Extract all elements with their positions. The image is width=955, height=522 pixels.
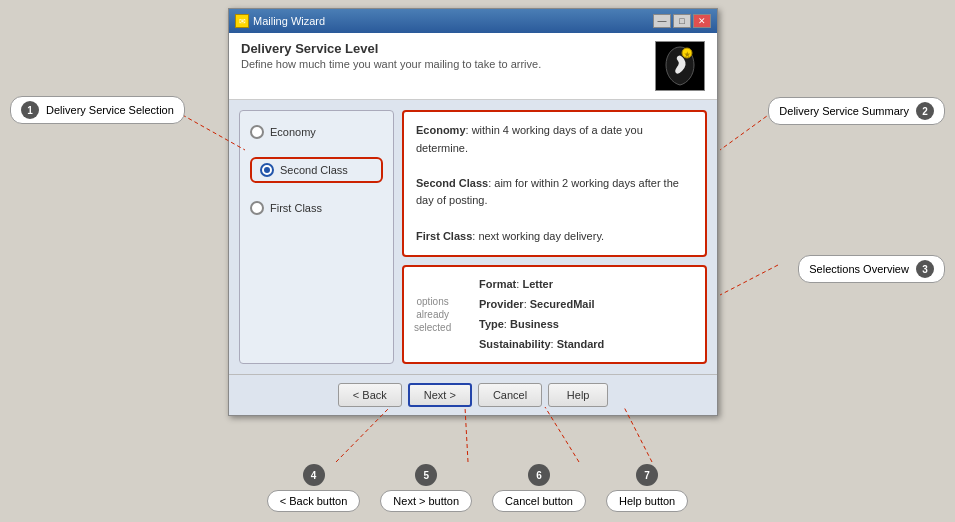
first-class-radio[interactable]	[250, 201, 264, 215]
provider-value: SecuredMail	[530, 298, 595, 310]
callout-dot-5: 5	[415, 464, 437, 486]
first-class-name: First Class	[416, 230, 472, 242]
header-text: Delivery Service Level Define how much t…	[241, 41, 541, 70]
type-label: Type	[479, 318, 504, 330]
close-button[interactable]: ✕	[693, 14, 711, 28]
back-button[interactable]: < Back	[338, 383, 402, 407]
type-row: Type: Business	[479, 315, 604, 335]
second-class-name: Second Class	[416, 177, 488, 189]
annotation-delivery-selection: 1 Delivery Service Selection	[10, 96, 185, 124]
second-class-option-container: Second Class	[250, 157, 383, 183]
callout-area: 4 < Back button 5 Next > button 6 Cancel…	[0, 464, 955, 512]
app-icon: ✉	[235, 14, 249, 28]
minimize-button[interactable]: —	[653, 14, 671, 28]
annotation-delivery-summary: Delivery Service Summary 2	[768, 97, 945, 125]
svg-text:★: ★	[684, 51, 691, 58]
provider-label: Provider	[479, 298, 524, 310]
callout-back: 4 < Back button	[267, 464, 361, 512]
window-content: Economy Second Class First Class Economy…	[229, 100, 717, 374]
type-value: Business	[510, 318, 559, 330]
window-header: Delivery Service Level Define how much t…	[229, 33, 717, 100]
sustainability-row: Sustainability: Standard	[479, 335, 604, 355]
second-class-radio[interactable]	[260, 163, 274, 177]
economy-radio[interactable]	[250, 125, 264, 139]
cancel-button[interactable]: Cancel	[478, 383, 542, 407]
right-panel: Economy: within 4 working days of a date…	[402, 110, 707, 364]
button-bar: < Back Next > Cancel Help	[229, 374, 717, 415]
callout-dot-4: 4	[303, 464, 325, 486]
format-row: Format: Letter	[479, 275, 604, 295]
header-logo: ★	[655, 41, 705, 91]
first-class-desc-text: next working day delivery.	[478, 230, 604, 242]
description-box: Economy: within 4 working days of a date…	[402, 110, 707, 257]
titlebar-controls: — □ ✕	[653, 14, 711, 28]
economy-label: Economy	[270, 126, 316, 138]
annotation-number-3: 3	[916, 260, 934, 278]
overview-already-selected-label: optionsalreadyselected	[414, 275, 469, 354]
annotation-number-2: 2	[916, 102, 934, 120]
callout-dot-6: 6	[528, 464, 550, 486]
titlebar-left: ✉ Mailing Wizard	[235, 14, 325, 28]
economy-description: Economy: within 4 working days of a date…	[416, 122, 693, 157]
callout-label-7: Help button	[606, 490, 688, 512]
annotation-number-1: 1	[21, 101, 39, 119]
callout-label-5: Next > button	[380, 490, 472, 512]
sustainability-value: Standard	[557, 338, 605, 350]
economy-option[interactable]: Economy	[250, 125, 383, 139]
economy-name: Economy	[416, 124, 466, 136]
header-subtitle: Define how much time you want your maili…	[241, 58, 541, 70]
second-class-option[interactable]: Second Class	[260, 163, 373, 177]
second-class-label: Second Class	[280, 164, 348, 176]
first-class-description: First Class: next working day delivery.	[416, 228, 693, 246]
callout-label-6: Cancel button	[492, 490, 586, 512]
callout-help: 7 Help button	[606, 464, 688, 512]
callout-next: 5 Next > button	[380, 464, 472, 512]
svg-line-2	[720, 265, 778, 295]
window-title: Mailing Wizard	[253, 15, 325, 27]
service-options-panel: Economy Second Class First Class	[239, 110, 394, 364]
next-button[interactable]: Next >	[408, 383, 472, 407]
provider-row: Provider: SecuredMail	[479, 295, 604, 315]
second-class-description: Second Class: aim for within 2 working d…	[416, 175, 693, 210]
overview-details: Format: Letter Provider: SecuredMail Typ…	[479, 275, 604, 354]
first-class-option[interactable]: First Class	[250, 201, 383, 215]
callout-label-4: < Back button	[267, 490, 361, 512]
help-button[interactable]: Help	[548, 383, 608, 407]
mailing-wizard-window: ✉ Mailing Wizard — □ ✕ Delivery Service …	[228, 8, 718, 416]
format-value: Letter	[522, 278, 553, 290]
title-bar: ✉ Mailing Wizard — □ ✕	[229, 9, 717, 33]
overview-box: optionsalreadyselected Format: Letter Pr…	[402, 265, 707, 364]
maximize-button[interactable]: □	[673, 14, 691, 28]
format-label: Format	[479, 278, 516, 290]
callout-dot-7: 7	[636, 464, 658, 486]
first-class-label: First Class	[270, 202, 322, 214]
sustainability-label: Sustainability	[479, 338, 551, 350]
callout-cancel: 6 Cancel button	[492, 464, 586, 512]
annotation-selections-overview: Selections Overview 3	[798, 255, 945, 283]
header-title: Delivery Service Level	[241, 41, 541, 56]
